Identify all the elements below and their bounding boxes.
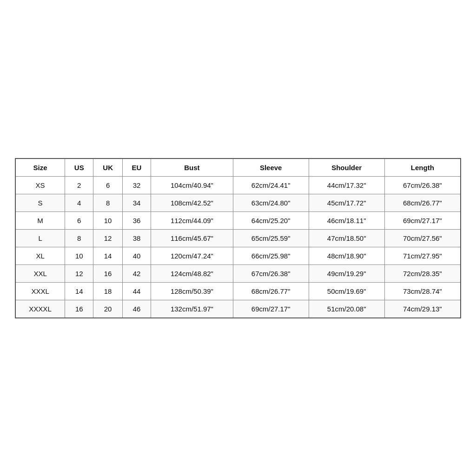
table-cell-r3-c2: 12 [93,229,123,247]
table-cell-r2-c3: 36 [122,212,151,229]
table-row: XL101440120cm/47.24"66cm/25.98"48cm/18.9… [15,247,461,264]
table-cell-r6-c4: 128cm/50.39" [151,282,233,300]
table-cell-r5-c7: 72cm/28.35" [384,264,461,282]
table-cell-r2-c7: 69cm/27.17" [384,212,461,229]
table-cell-r5-c2: 16 [93,264,123,282]
table-cell-r1-c4: 108cm/42.52" [151,194,233,212]
table-cell-r1-c3: 34 [122,194,151,212]
table-cell-r1-c1: 4 [65,194,93,212]
table-cell-r4-c1: 10 [65,247,93,264]
table-cell-r1-c7: 68cm/26.77" [384,194,461,212]
table-cell-r2-c0: M [15,212,65,229]
table-row: M61036112cm/44.09"64cm/25.20"46cm/18.11"… [15,212,461,229]
table-row: L81238116cm/45.67"65cm/25.59"47cm/18.50"… [15,229,461,247]
table-cell-r4-c3: 40 [122,247,151,264]
column-header-length: Length [384,159,461,177]
table-cell-r0-c7: 67cm/26.38" [384,176,461,194]
table-cell-r0-c5: 62cm/24.41" [233,176,309,194]
table-cell-r3-c4: 116cm/45.67" [151,229,233,247]
column-header-sleeve: Sleeve [233,159,309,177]
table-cell-r0-c6: 44cm/17.32" [309,176,384,194]
table-cell-r0-c4: 104cm/40.94" [151,176,233,194]
table-cell-r3-c1: 8 [65,229,93,247]
column-header-uk: UK [93,159,123,177]
table-cell-r1-c5: 63cm/24.80" [233,194,309,212]
column-header-us: US [65,159,93,177]
table-cell-r7-c1: 16 [65,300,93,318]
table-body: XS2632104cm/40.94"62cm/24.41"44cm/17.32"… [15,176,461,318]
table-cell-r7-c2: 20 [93,300,123,318]
column-header-size: Size [15,159,65,177]
column-header-shoulder: Shoulder [309,159,384,177]
table-cell-r5-c3: 42 [122,264,151,282]
table-row: XXL121642124cm/48.82"67cm/26.38"49cm/19.… [15,264,461,282]
table-cell-r5-c6: 49cm/19.29" [309,264,384,282]
table-cell-r6-c0: XXXL [15,282,65,300]
table-cell-r5-c0: XXL [15,264,65,282]
table-cell-r7-c0: XXXXL [15,300,65,318]
table-cell-r1-c2: 8 [93,194,123,212]
table-cell-r2-c1: 6 [65,212,93,229]
column-header-bust: Bust [151,159,233,177]
table-cell-r4-c7: 71cm/27.95" [384,247,461,264]
table-cell-r1-c0: S [15,194,65,212]
table-cell-r2-c6: 46cm/18.11" [309,212,384,229]
table-cell-r1-c6: 45cm/17.72" [309,194,384,212]
table-cell-r3-c0: L [15,229,65,247]
table-cell-r3-c5: 65cm/25.59" [233,229,309,247]
table-cell-r3-c7: 70cm/27.56" [384,229,461,247]
column-header-eu: EU [122,159,151,177]
table-cell-r4-c4: 120cm/47.24" [151,247,233,264]
table-cell-r3-c3: 38 [122,229,151,247]
table-cell-r7-c6: 51cm/20.08" [309,300,384,318]
table-cell-r7-c3: 46 [122,300,151,318]
table-cell-r4-c5: 66cm/25.98" [233,247,309,264]
table-cell-r4-c6: 48cm/18.90" [309,247,384,264]
table-row: XXXXL162046132cm/51.97"69cm/27.17"51cm/2… [15,300,461,318]
table-cell-r7-c4: 132cm/51.97" [151,300,233,318]
size-chart-table: SizeUSUKEUBustSleeveShoulderLength XS263… [15,158,461,318]
table-cell-r0-c3: 32 [122,176,151,194]
table-row: XXXL141844128cm/50.39"68cm/26.77"50cm/19… [15,282,461,300]
table-cell-r6-c2: 18 [93,282,123,300]
table-header-row: SizeUSUKEUBustSleeveShoulderLength [15,159,461,177]
table-cell-r0-c2: 6 [93,176,123,194]
size-chart-container: SizeUSUKEUBustSleeveShoulderLength XS263… [15,158,461,318]
table-row: S4834108cm/42.52"63cm/24.80"45cm/17.72"6… [15,194,461,212]
table-row: XS2632104cm/40.94"62cm/24.41"44cm/17.32"… [15,176,461,194]
table-cell-r2-c5: 64cm/25.20" [233,212,309,229]
table-cell-r6-c7: 73cm/28.74" [384,282,461,300]
table-cell-r5-c4: 124cm/48.82" [151,264,233,282]
table-cell-r4-c2: 14 [93,247,123,264]
table-cell-r6-c1: 14 [65,282,93,300]
table-cell-r7-c5: 69cm/27.17" [233,300,309,318]
table-cell-r5-c1: 12 [65,264,93,282]
table-cell-r2-c2: 10 [93,212,123,229]
table-cell-r0-c1: 2 [65,176,93,194]
table-cell-r2-c4: 112cm/44.09" [151,212,233,229]
table-cell-r6-c3: 44 [122,282,151,300]
table-cell-r3-c6: 47cm/18.50" [309,229,384,247]
table-cell-r6-c6: 50cm/19.69" [309,282,384,300]
table-cell-r4-c0: XL [15,247,65,264]
table-cell-r6-c5: 68cm/26.77" [233,282,309,300]
table-cell-r5-c5: 67cm/26.38" [233,264,309,282]
table-cell-r7-c7: 74cm/29.13" [384,300,461,318]
table-cell-r0-c0: XS [15,176,65,194]
